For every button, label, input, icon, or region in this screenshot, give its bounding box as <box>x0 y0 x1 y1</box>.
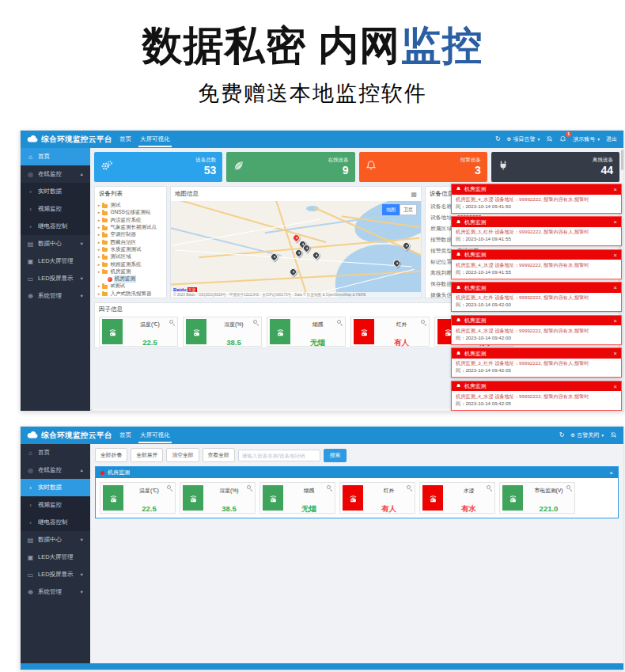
gears-icon <box>100 160 113 175</box>
sidebar-item[interactable]: ☸ › 系统管理 ▼ <box>21 287 90 305</box>
close-icon[interactable]: × <box>614 284 617 291</box>
tree-item-label: GNSS位移监测站 <box>109 209 151 216</box>
magnifier-icon[interactable] <box>566 485 570 489</box>
tree-item[interactable]: ► 机房监测 <box>95 275 166 283</box>
close-icon[interactable]: × <box>614 186 617 193</box>
nav-big-screen[interactable]: 大屏可视化 <box>138 427 172 443</box>
bell-icon[interactable]: 1 <box>559 135 566 144</box>
sidebar-item[interactable]: ◎ › 在线监控 ▲ <box>21 165 90 183</box>
close-icon[interactable]: × <box>614 383 617 390</box>
magnifier-icon[interactable] <box>337 320 341 324</box>
map-marker[interactable] <box>288 267 298 277</box>
sidebar-item[interactable]: ▣ › LED大屏管理 <box>21 549 90 566</box>
toolbar-button[interactable]: 查看全部 <box>203 448 235 462</box>
close-icon[interactable]: × <box>614 317 617 325</box>
tree-item[interactable]: ► 测试 <box>95 202 166 209</box>
sidebar-item[interactable]: › 继电器控制 <box>21 514 90 531</box>
sidebar-item-label: 实时数据 <box>38 188 62 196</box>
folder-icon <box>102 233 108 237</box>
sidebar-item[interactable]: ▤ › 数据中心 ▼ <box>21 235 90 252</box>
tree-item[interactable]: ► 入户式防汛报警器 <box>95 290 166 298</box>
toolbar-button[interactable]: 全部折叠 <box>95 448 127 462</box>
sidebar-item[interactable]: › 视频监控 <box>21 200 90 218</box>
sidebar-item[interactable]: › 实时数据 <box>21 183 90 200</box>
sensor-name: 烟感 <box>312 321 324 327</box>
magnifier-icon[interactable] <box>487 485 491 489</box>
toolbar-button[interactable]: 全部展开 <box>131 448 163 462</box>
sidebar-item-label: 实时数据 <box>38 484 62 492</box>
sidebar-item-icon: ⌂ <box>27 450 34 457</box>
tree-item[interactable]: ► 校园监测系统 <box>95 260 166 268</box>
tree-item[interactable]: ► 水质监测测试 <box>95 246 166 253</box>
sidebar-item[interactable]: › 视频监控 <box>21 496 90 514</box>
nav-big-screen[interactable]: 大屏可视化 <box>138 131 172 147</box>
magnifier-icon[interactable] <box>167 485 171 489</box>
layers-icon[interactable]: ▦ <box>411 191 417 198</box>
sidebar-item[interactable]: ☸ › 系统管理 ▼ <box>21 583 90 601</box>
magnifier-icon[interactable] <box>169 320 173 324</box>
sidebar-item[interactable]: ⌂ › 首页 <box>21 148 90 165</box>
tree-item[interactable]: ► 西藏自治区 <box>95 238 166 245</box>
cloud-logo-icon <box>27 431 38 440</box>
sidebar-item[interactable]: ▭ › LED投屏显示 ▼ <box>21 270 90 287</box>
alarm-toast: 机房监测 × 机房监测_4_水浸 设备地址：99992222, 报警内容有水,报… <box>451 381 622 411</box>
nav-home[interactable]: 首页 <box>119 135 131 143</box>
sidebar-item[interactable]: ▤ › 数据中心 ▼ <box>21 531 90 549</box>
bell-icon <box>366 160 377 174</box>
alarm-dropdown[interactable]: ⊕告警关闭▾ <box>570 431 604 439</box>
magnifier-icon[interactable] <box>247 485 251 489</box>
device-dot-icon <box>108 277 112 282</box>
map-panel: 地图信息▦ <box>170 186 422 298</box>
account-dropdown[interactable]: 演示账号▾ <box>573 135 600 143</box>
tree-item-label: 水质监测测试 <box>109 246 142 253</box>
map-mode-button[interactable]: 地图 <box>382 204 400 215</box>
sidebar-item[interactable]: ▣ › LED大屏管理 <box>21 252 90 270</box>
refresh-icon[interactable]: ↻ <box>559 432 565 439</box>
sensor-card: 烟感无烟 <box>259 482 335 514</box>
tree-item[interactable]: ► 测试区域 <box>95 253 166 260</box>
map-canvas[interactable]: 地图 卫星 Baidu百度 © 2023 Baidu - GS( <box>171 201 421 298</box>
chevron-right-icon: › <box>27 484 34 492</box>
sensor-card: 温度(℃)22.5 <box>99 317 178 347</box>
nav-home[interactable]: 首页 <box>119 431 131 439</box>
logout-link[interactable]: 退出 <box>606 135 617 143</box>
magnifier-icon[interactable] <box>253 320 257 324</box>
tree-item[interactable]: ► GNSS位移监测站 <box>95 209 166 216</box>
map-attribution: © 2023 Baidu - GS(2021)6026号 - 甲测资字11111… <box>171 292 421 298</box>
toolbar-button[interactable]: 清空全部 <box>166 448 199 462</box>
magnifier-icon[interactable] <box>327 485 331 489</box>
tree-item[interactable]: ► 内涝监控系统 <box>95 217 166 224</box>
device-search-input[interactable] <box>238 450 320 461</box>
refresh-icon[interactable]: ↻ <box>495 136 501 142</box>
sidebar-item[interactable]: ◎ › 在线监控 ▲ <box>21 461 90 479</box>
brand-title: 综合环境监控云平台 <box>41 135 112 145</box>
tree-item[interactable]: ► 空调控制器 <box>95 231 166 238</box>
close-icon[interactable]: × <box>614 252 617 259</box>
satellite-mode-button[interactable]: 卫星 <box>400 204 417 215</box>
alarm-dropdown[interactable]: ⊕项目告警▾ <box>507 135 540 143</box>
sidebar-item[interactable]: ▭ › LED投屏显示 ▼ <box>21 566 90 583</box>
collapse-arrow-icon: ▼ <box>80 537 84 542</box>
mute-icon[interactable] <box>610 431 617 440</box>
close-icon[interactable]: × <box>614 350 617 357</box>
mute-icon[interactable] <box>546 135 553 144</box>
toast-time: 间：2023-10-14 09:41:50 <box>456 203 617 211</box>
close-icon[interactable]: × <box>609 469 613 476</box>
sidebar-item[interactable]: › 实时数据 <box>21 479 90 496</box>
sidebar-item-label: 在线监控 <box>38 170 62 178</box>
sensor-name: 温度(℃) <box>139 488 158 493</box>
tree-item[interactable]: ► 气象监测长期测试点 <box>95 224 166 231</box>
tree-item[interactable]: ► at测试 <box>95 283 166 290</box>
search-button[interactable]: 搜索 <box>324 449 347 462</box>
stat-label: 报警设备 <box>460 157 481 163</box>
magnifier-icon[interactable] <box>407 485 411 489</box>
tree-item[interactable]: ► 机房监测 <box>95 268 166 275</box>
tree-item-label: 空调控制器 <box>109 231 137 238</box>
toast-title: 机房监测 <box>464 218 486 226</box>
magnifier-icon[interactable] <box>421 320 425 324</box>
scroll-left-icon[interactable]: ‹ <box>91 408 93 412</box>
sidebar-item[interactable]: › 继电器控制 <box>21 218 90 235</box>
close-icon[interactable]: × <box>614 218 617 226</box>
sensor-icon <box>502 485 523 511</box>
sidebar-item[interactable]: ⌂ › 首页 <box>21 444 90 461</box>
